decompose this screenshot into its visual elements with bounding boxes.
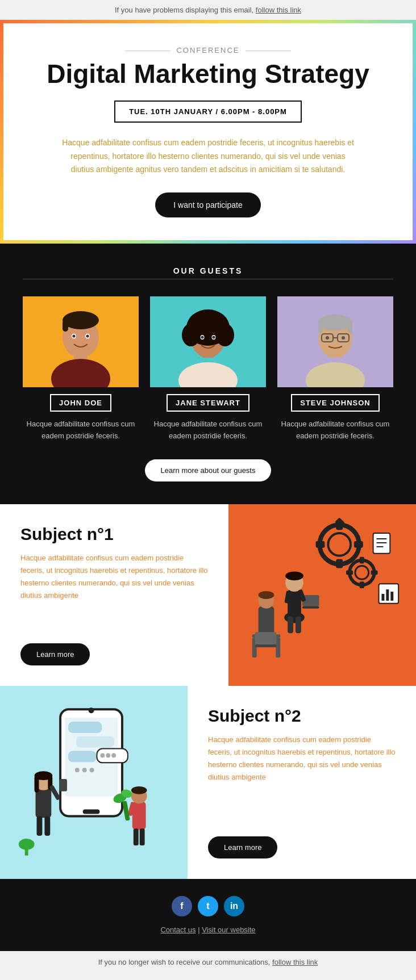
linkedin-icon[interactable]: in	[224, 896, 244, 916]
svg-rect-5	[63, 320, 68, 332]
svg-point-74	[88, 707, 94, 713]
svg-rect-98	[133, 828, 138, 845]
svg-rect-26	[318, 323, 323, 333]
svg-rect-90	[59, 779, 67, 791]
svg-rect-76	[68, 722, 101, 733]
svg-rect-51	[295, 616, 301, 633]
svg-rect-75	[82, 809, 99, 814]
subject-1-cta[interactable]: Learn more	[20, 643, 90, 665]
svg-rect-85	[34, 776, 39, 793]
guests-learn-more-button[interactable]: Learn more about our guests	[145, 459, 272, 481]
svg-rect-99	[139, 828, 144, 845]
guests-grid: JOHN DOE Hacque adfabilitate confisus cu…	[23, 296, 393, 442]
guest-card-steve: STEVE JOHNSON Hacque adfabilitate confis…	[277, 296, 393, 442]
guest-photo-steve	[277, 296, 393, 387]
subject-1-desc: Hacque adfabilitate confisus cum eadem p…	[20, 552, 208, 632]
svg-point-25	[318, 315, 352, 330]
post-footer-text: If you no longer wish to receive our com…	[98, 958, 271, 966]
svg-rect-38	[353, 541, 363, 548]
visit-website-link[interactable]: Visit our website	[202, 925, 255, 934]
svg-rect-77	[76, 736, 114, 748]
svg-rect-58	[276, 638, 280, 657]
svg-rect-69	[381, 594, 384, 601]
svg-rect-88	[44, 816, 50, 836]
svg-rect-36	[336, 559, 343, 568]
svg-point-80	[82, 768, 86, 772]
subject-2-text: Subject n°2 Hacque adfabilitate confisus…	[188, 686, 416, 879]
svg-rect-105	[24, 844, 28, 856]
guest-card-jane: JANE STEWART Hacque adfabilitate confisu…	[150, 296, 266, 442]
guest-desc-john: Hacque adfabilitate confisus cum eadem p…	[23, 418, 139, 442]
hero-wrapper: CONFERENCE Digital Marketing Strategy TU…	[0, 20, 416, 244]
subject-1-row: Subject n°1 Hacque adfabilitate confisus…	[0, 504, 416, 686]
subject-2-image	[0, 686, 188, 879]
guests-title-divider	[23, 279, 393, 279]
svg-point-32	[342, 336, 345, 340]
svg-rect-87	[36, 816, 42, 836]
subject-1-image	[228, 504, 416, 686]
svg-point-9	[86, 335, 89, 338]
subject-2-title: Subject n°2	[208, 706, 396, 726]
svg-rect-50	[288, 616, 293, 633]
pre-header: If you have problems displaying this ema…	[0, 0, 416, 20]
svg-point-34	[328, 533, 351, 556]
hero-title: Digital Marketing Strategy	[38, 59, 378, 89]
svg-point-15	[182, 324, 200, 346]
svg-point-103	[111, 753, 116, 757]
subject-2-desc: Hacque adfabilitate confisus cum eadem p…	[208, 734, 396, 825]
footer-links: Contact us | Visit our website	[23, 925, 393, 934]
guest-name-jane: JANE STEWART	[167, 394, 249, 412]
svg-rect-53	[302, 606, 319, 609]
footer-social: f t in	[23, 896, 393, 916]
svg-point-102	[106, 753, 110, 757]
svg-point-81	[89, 768, 94, 772]
svg-point-31	[326, 336, 329, 340]
svg-point-93	[131, 786, 147, 794]
footer-section: f t in Contact us | Visit our website	[0, 879, 416, 951]
svg-point-79	[74, 768, 79, 772]
twitter-icon[interactable]: t	[198, 896, 218, 916]
svg-rect-70	[386, 589, 389, 601]
svg-rect-44	[346, 570, 353, 575]
pre-header-text: If you have problems displaying this ema…	[115, 6, 253, 14]
svg-rect-71	[390, 592, 393, 601]
pre-header-link[interactable]: follow this link	[256, 6, 301, 14]
post-footer: If you no longer wish to receive our com…	[0, 951, 416, 973]
hero-date: TUE. 10TH JANUARY / 6.00PM - 8.00PM	[114, 100, 302, 123]
guests-cta-wrap: Learn more about our guests	[23, 459, 393, 481]
hero-inner: CONFERENCE Digital Marketing Strategy TU…	[3, 23, 413, 240]
participate-button[interactable]: I want to participate	[155, 192, 260, 217]
svg-rect-62	[255, 632, 276, 644]
svg-point-101	[100, 753, 105, 757]
svg-rect-63	[255, 644, 276, 647]
guest-photo-jane	[150, 296, 266, 387]
subject-1-text: Subject n°1 Hacque adfabilitate confisus…	[0, 504, 228, 686]
svg-point-41	[355, 566, 368, 579]
svg-point-8	[73, 335, 76, 338]
guest-photo-john	[23, 296, 139, 387]
svg-rect-42	[359, 557, 364, 564]
guests-section: OUR GUESTS	[0, 244, 416, 504]
subject-1-title: Subject n°1	[20, 525, 208, 544]
svg-point-49	[285, 571, 303, 580]
guest-name-john: JOHN DOE	[50, 394, 111, 412]
svg-rect-45	[371, 570, 377, 575]
svg-point-20	[213, 336, 215, 339]
svg-rect-59	[258, 606, 274, 635]
footer-separator: |	[198, 925, 199, 934]
guest-desc-jane: Hacque adfabilitate confisus cum eadem p…	[150, 418, 266, 442]
post-footer-link[interactable]: follow this link	[272, 958, 318, 966]
guests-title: OUR GUESTS	[23, 266, 393, 275]
contact-us-link[interactable]: Contact us	[160, 925, 195, 934]
subject-2-cta[interactable]: Learn more	[208, 836, 277, 858]
subject-2-row: Subject n°2 Hacque adfabilitate confisus…	[0, 686, 416, 879]
facebook-icon[interactable]: f	[172, 896, 192, 916]
conference-label: CONFERENCE	[38, 46, 378, 55]
guest-name-steve: STEVE JOHNSON	[291, 394, 380, 412]
svg-point-16	[216, 324, 234, 346]
svg-point-19	[201, 336, 204, 339]
svg-rect-27	[348, 323, 352, 333]
svg-point-61	[258, 591, 274, 599]
guest-desc-steve: Hacque adfabilitate confisus cum eadem p…	[277, 418, 393, 442]
guest-card-john: JOHN DOE Hacque adfabilitate confisus cu…	[23, 296, 139, 442]
